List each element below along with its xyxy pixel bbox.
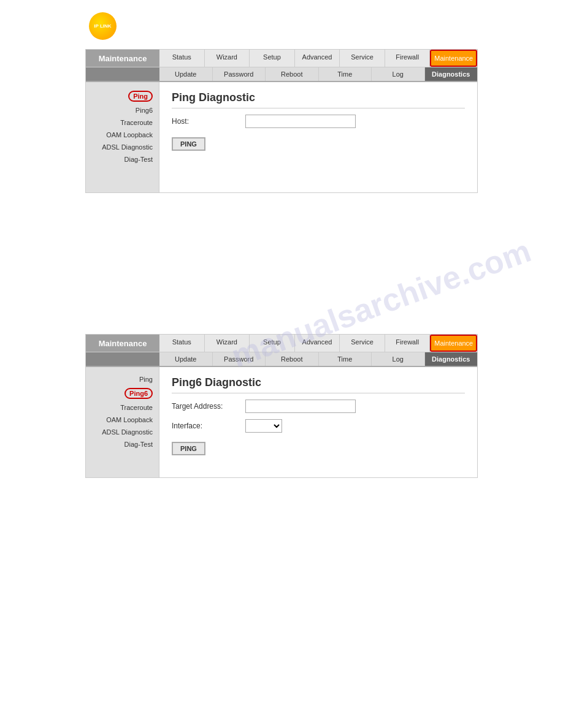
interface-label: Interface: — [172, 422, 245, 430]
content-area-2: Ping Ping6 Traceroute OAM Loopback ADSL … — [86, 367, 477, 477]
panel-ping6: Maintenance Status Wizard Setup Advanced… — [85, 334, 478, 478]
nav-maintenance-1[interactable]: Maintenance — [430, 50, 477, 67]
sub-nav-log-1[interactable]: Log — [372, 67, 425, 81]
main-content-ping6: Ping6 Diagnostic Target Address: Interfa… — [159, 367, 477, 477]
host-input[interactable] — [245, 115, 356, 128]
sub-nav-items-1: Update Password Reboot Time Log Diagnost… — [159, 67, 477, 81]
sidebar-traceroute-1[interactable]: Traceroute — [86, 116, 159, 129]
watermark-area: manualsarchive.com — [0, 211, 563, 334]
nav-firewall-1[interactable]: Firewall — [385, 50, 431, 67]
content-area-1: Ping Ping6 Traceroute OAM Loopback ADSL … — [86, 82, 477, 192]
sidebar-ping-1[interactable]: Ping — [86, 88, 159, 104]
nav-setup-2[interactable]: Setup — [250, 335, 295, 352]
sidebar-oam-1[interactable]: OAM Loopback — [86, 129, 159, 141]
ping-button-1[interactable]: PING — [172, 137, 205, 151]
sidebar-ping6-1[interactable]: Ping6 — [86, 104, 159, 116]
sidebar-diagtest-2[interactable]: Diag-Test — [86, 438, 159, 450]
sub-nav-password-1[interactable]: Password — [213, 67, 266, 81]
maintenance-label-2: Maintenance — [86, 335, 159, 352]
sidebar-adsl-2[interactable]: ADSL Diagnostic — [86, 426, 159, 438]
nav-wizard-2[interactable]: Wizard — [205, 335, 250, 352]
sub-nav-password-2[interactable]: Password — [213, 352, 266, 366]
ping6-btn-row: PING — [172, 439, 465, 455]
ping6-title: Ping6 Diagnostic — [172, 376, 465, 393]
sidebar-diagtest-1[interactable]: Diag-Test — [86, 153, 159, 165]
nav-service-2[interactable]: Service — [340, 335, 385, 352]
nav-bar-2: Maintenance Status Wizard Setup Advanced… — [86, 335, 477, 352]
sub-nav-items-2: Update Password Reboot Time Log Diagnost… — [159, 352, 477, 366]
nav-bar-1: Maintenance Status Wizard Setup Advanced… — [86, 50, 477, 67]
nav-items-1: Status Wizard Setup Advanced Service Fir… — [159, 50, 477, 67]
sub-nav-diagnostics-2[interactable]: Diagnostics — [425, 352, 478, 366]
sidebar-adsl-1[interactable]: ADSL Diagnostic — [86, 141, 159, 153]
target-address-input[interactable] — [245, 400, 356, 413]
nav-service-1[interactable]: Service — [340, 50, 385, 67]
ping-circled[interactable]: Ping — [128, 91, 153, 102]
nav-maintenance-2[interactable]: Maintenance — [430, 335, 477, 352]
nav-status-1[interactable]: Status — [159, 50, 205, 67]
sidebar-ping-2[interactable]: Ping — [86, 373, 159, 385]
sub-nav-update-2[interactable]: Update — [159, 352, 213, 366]
sub-nav-update-1[interactable]: Update — [159, 67, 213, 81]
page-wrapper: IP LINK Maintenance Status Wizard Setup … — [0, 0, 563, 728]
host-row: Host: — [172, 115, 465, 128]
logo-text: IP LINK — [94, 24, 111, 29]
sidebar-traceroute-2[interactable]: Traceroute — [86, 401, 159, 414]
nav-status-2[interactable]: Status — [159, 335, 205, 352]
sub-nav-log-2[interactable]: Log — [372, 352, 425, 366]
sub-nav-bar-1: Update Password Reboot Time Log Diagnost… — [86, 67, 477, 82]
ping6-circled[interactable]: Ping6 — [124, 388, 153, 399]
sub-nav-spacer-1 — [86, 67, 159, 81]
logo: IP LINK — [89, 12, 117, 40]
host-label: Host: — [172, 117, 245, 126]
logo-area: IP LINK — [0, 6, 563, 46]
nav-advanced-2[interactable]: Advanced — [295, 335, 340, 352]
sidebar-oam-2[interactable]: OAM Loopback — [86, 414, 159, 426]
nav-advanced-1[interactable]: Advanced — [295, 50, 340, 67]
sub-nav-reboot-2[interactable]: Reboot — [266, 352, 319, 366]
sub-nav-diagnostics-1[interactable]: Diagnostics — [425, 67, 478, 81]
nav-setup-1[interactable]: Setup — [250, 50, 295, 67]
maintenance-label-1: Maintenance — [86, 50, 159, 67]
sidebar-1: Ping Ping6 Traceroute OAM Loopback ADSL … — [86, 82, 159, 192]
ping-btn-row: PING — [172, 134, 465, 151]
panel-ping: Maintenance Status Wizard Setup Advanced… — [85, 49, 478, 193]
nav-firewall-2[interactable]: Firewall — [385, 335, 431, 352]
nav-items-2: Status Wizard Setup Advanced Service Fir… — [159, 335, 477, 352]
interface-row: Interface: — [172, 419, 465, 433]
sidebar-ping6-2[interactable]: Ping6 — [86, 385, 159, 401]
sub-nav-time-2[interactable]: Time — [319, 352, 372, 366]
sub-nav-bar-2: Update Password Reboot Time Log Diagnost… — [86, 352, 477, 367]
interface-select[interactable] — [245, 419, 282, 433]
nav-wizard-1[interactable]: Wizard — [205, 50, 250, 67]
sub-nav-spacer-2 — [86, 352, 159, 366]
target-address-label: Target Address: — [172, 402, 245, 411]
sidebar-2: Ping Ping6 Traceroute OAM Loopback ADSL … — [86, 367, 159, 477]
sub-nav-reboot-1[interactable]: Reboot — [266, 67, 319, 81]
main-content-ping: Ping Diagnostic Host: PING — [159, 82, 477, 192]
sub-nav-time-1[interactable]: Time — [319, 67, 372, 81]
ping-title: Ping Diagnostic — [172, 91, 465, 108]
ping6-button[interactable]: PING — [172, 442, 205, 455]
target-address-row: Target Address: — [172, 400, 465, 413]
